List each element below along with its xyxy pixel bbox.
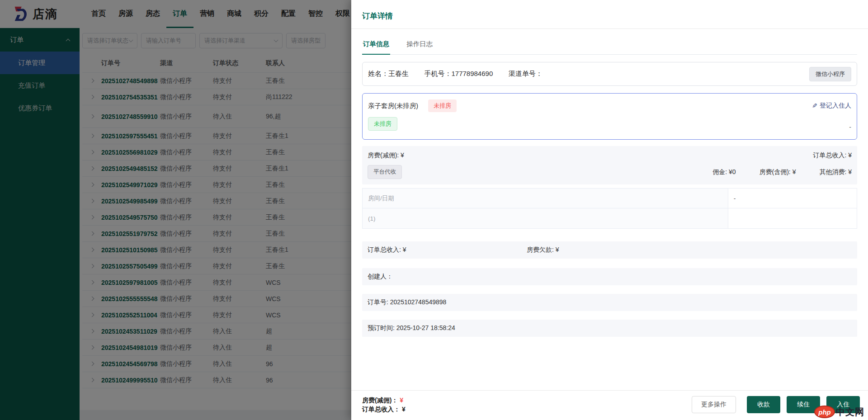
fee-breakdown-item: 房费(含佣): ¥	[760, 168, 796, 176]
channel-tag-button[interactable]: 微信小程序	[809, 67, 851, 81]
room-card-row-1: 亲子套房(未排房) 未排房 ✎ 登记入住人	[368, 99, 851, 112]
room-assign-tag: 未排房	[368, 117, 397, 131]
fee-breakdown-item: 佣金: ¥0	[712, 168, 736, 176]
footer-total-line: 房费(减佣)：¥	[362, 396, 406, 405]
room-date-row: 房间/日期 -	[363, 189, 857, 208]
guest-field: 手机号：17778984690	[424, 70, 493, 77]
summary-creator-bar: 创建人：	[362, 268, 857, 285]
room-date-cell-right: -	[728, 189, 857, 208]
room-date-row: (1)	[363, 208, 857, 228]
guest-field: 姓名：王春生	[368, 70, 409, 77]
php-badge: php	[814, 406, 835, 418]
php-watermark: php 中文网	[814, 406, 864, 418]
room-date-table: 房间/日期 - (1)	[362, 188, 857, 229]
drawer-tabs: 订单信息 操作日志	[362, 34, 857, 55]
room-date-cell-left: (1)	[363, 208, 728, 228]
room-fee-label: 房费(减佣): ¥	[368, 151, 404, 160]
pencil-icon: ✎	[812, 102, 817, 109]
guest-field: 渠道单号：	[509, 70, 542, 77]
drawer-tab[interactable]: 订单信息	[362, 34, 390, 55]
fee-panel: 房费(减佣): ¥ 订单总收入: ¥ 平台代收 佣金: ¥0房费(含佣): ¥其…	[362, 146, 857, 184]
watermark-text: 中文网	[836, 406, 864, 418]
summary-total-income: 订单总收入: ¥	[368, 246, 527, 254]
fee-breakdown: 佣金: ¥0房费(含佣): ¥其他消费: ¥	[712, 168, 852, 176]
drawer-tab[interactable]: 操作日志	[406, 34, 434, 55]
summary-income-bar: 订单总收入: ¥ 房费欠款: ¥	[362, 241, 857, 259]
room-date-cell-left: 房间/日期	[363, 189, 728, 208]
footer-total-line: 订单总收入：¥	[362, 405, 406, 414]
drawer-footer: 房费(减佣)：¥ 订单总收入：¥ 更多操作 收款 续住 入住	[351, 390, 868, 420]
fee-row-2: 平台代收 佣金: ¥0房费(含佣): ¥其他消费: ¥	[368, 165, 852, 179]
drawer-header: 订单详情	[351, 0, 868, 29]
footer-totals: 房费(减佣)：¥ 订单总收入：¥	[362, 396, 406, 414]
room-date-cell-right	[728, 208, 857, 228]
platform-collect-tag[interactable]: 平台代收	[368, 165, 402, 179]
footer-action-button[interactable]: 更多操作	[692, 396, 736, 413]
drawer-body: 订单信息 操作日志 姓名：王春生 手机号：17778984690 渠道单号： 微…	[351, 34, 868, 337]
fee-row-1: 房费(减佣): ¥ 订单总收入: ¥	[368, 151, 852, 160]
summary-arrears: 房费欠款: ¥	[527, 246, 559, 254]
room-type-name: 亲子套房(未排房)	[368, 102, 418, 110]
summary-book-time-bar: 预订时间: 2025-10-27 18:58:24	[362, 320, 857, 337]
room-card: 亲子套房(未排房) 未排房 ✎ 登记入住人 未排房 -	[362, 93, 857, 140]
room-card-row-2: 未排房 -	[368, 117, 851, 131]
guest-info-box: 姓名：王春生 手机号：17778984690 渠道单号： 微信小程序	[362, 62, 857, 86]
guest-fields: 姓名：王春生 手机号：17778984690 渠道单号：	[368, 70, 556, 78]
register-guest-link[interactable]: ✎ 登记入住人	[812, 102, 851, 110]
drawer-title: 订单详情	[362, 11, 857, 21]
room-status-tag: 未排房	[428, 99, 457, 112]
fee-breakdown-item: 其他消费: ¥	[819, 168, 852, 176]
room-right-value: -	[849, 123, 851, 131]
summary-order-no-bar: 订单号: 2025102748549898	[362, 294, 857, 311]
order-detail-drawer: 订单详情 订单信息 操作日志 姓名：王春生 手机号：17778984690 渠道…	[351, 0, 868, 420]
footer-action-button[interactable]: 收款	[747, 396, 780, 413]
total-income-label: 订单总收入: ¥	[813, 151, 852, 160]
